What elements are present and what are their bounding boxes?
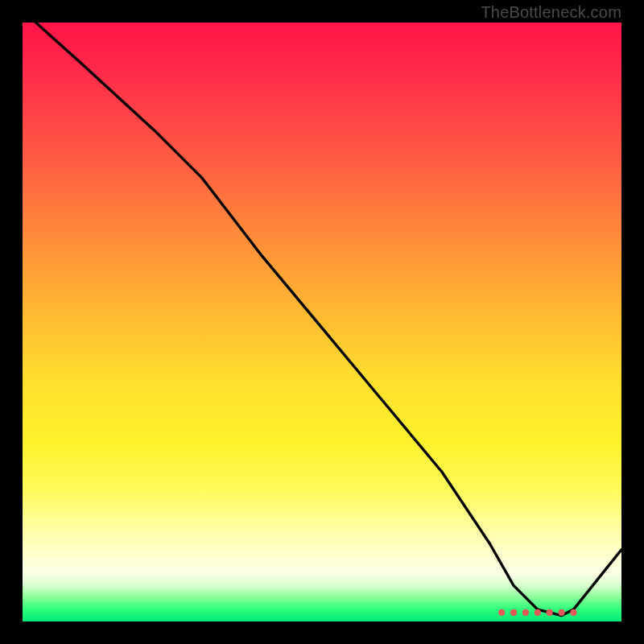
optimal-marker-dot — [498, 609, 505, 616]
chart-svg — [23, 23, 621, 621]
optimal-marker-dot — [535, 609, 541, 616]
optimal-marker-dot — [510, 609, 517, 616]
optimal-marker-dot — [547, 609, 553, 616]
chart-stage: TheBottleneck.com — [0, 0, 644, 644]
plot-area — [23, 23, 621, 621]
optimal-marker-dot — [570, 609, 576, 616]
bottleneck-curve-line — [23, 23, 621, 616]
watermark-text: TheBottleneck.com — [481, 3, 621, 22]
optimal-marker-dot — [559, 609, 565, 616]
optimal-marker-dot — [522, 609, 529, 616]
